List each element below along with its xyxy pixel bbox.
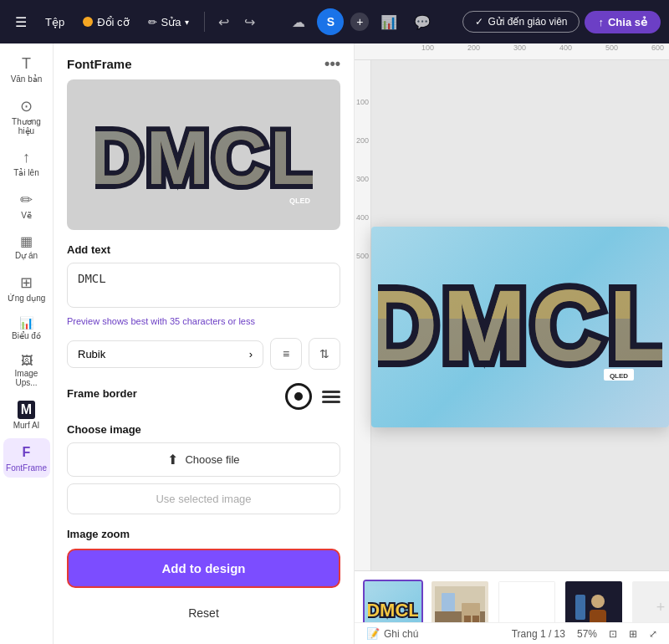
line2 (322, 396, 340, 398)
reset-label: Reset (188, 606, 219, 620)
ruler-marks-h: 100 200 300 400 500 600 700 (371, 43, 669, 59)
sidebar-item-draw[interactable]: ✏ Vẽ (3, 186, 50, 225)
main-area: T Văn bản ⊙ Thương hiệu ↑ Tải lên ✏ Vẽ ▦… (0, 43, 669, 644)
sidebar-item-fontframe[interactable]: F FontFrame (3, 438, 50, 478)
page-label: Trang 1 / 13 (512, 628, 565, 640)
canvas-area: 100 200 300 400 500 600 700 100 200 300 … (355, 43, 669, 644)
avatar[interactable]: S (317, 8, 344, 35)
thumb-5-label: + (656, 599, 666, 616)
text-input[interactable]: DMCL (67, 263, 340, 308)
lines-border-button[interactable] (322, 391, 340, 403)
circle-inner (294, 392, 303, 401)
grid-icon[interactable]: ⊞ (629, 628, 637, 640)
cloud-button[interactable]: ☁ (287, 11, 310, 33)
icon-sidebar: T Văn bản ⊙ Thương hiệu ↑ Tải lên ✏ Vẽ ▦… (0, 43, 54, 644)
cloud-icon: ☁ (292, 15, 305, 29)
ruler-v-200: 200 (356, 136, 370, 145)
filmstrip: DMCL DMCL 1 (355, 570, 669, 644)
resize-button[interactable]: Đổi cỡ (76, 12, 135, 33)
choose-file-button[interactable]: ⬆ Choose file (67, 442, 340, 477)
notes-icon: 📝 (366, 627, 380, 640)
font-row: Rubik › ≡ ⇅ (67, 338, 340, 370)
ruler-v-500: 500 (356, 252, 370, 260)
sidebar-item-murf[interactable]: M Murf AI (3, 396, 50, 435)
zoom-label: 57% (577, 628, 597, 640)
ruler-mark-400: 400 (559, 43, 572, 52)
text-icon: T (22, 55, 31, 73)
image-zoom-title: Image zoom (67, 528, 340, 540)
project-icon: ▦ (20, 233, 33, 249)
imageups-icon: 🖼 (21, 354, 33, 367)
analytics-button[interactable]: 📊 (375, 11, 402, 33)
sidebar-item-upload[interactable]: ↑ Tải lên (3, 144, 50, 182)
add-text-title: Add text (67, 243, 340, 256)
sidebar-item-imageups[interactable]: 🖼 Image Ups... (3, 349, 50, 392)
panel-title: FontFrame (67, 57, 132, 71)
svg-text:QLED: QLED (610, 372, 628, 380)
chat-icon: 💬 (414, 15, 431, 29)
preview-area: DMCL DMCL DMCL QLED (67, 79, 340, 230)
sidebar-item-project[interactable]: ▦ Dự án (3, 228, 50, 265)
add-to-design-button[interactable]: Add to design (67, 549, 340, 588)
panel-scroll: DMCL DMCL DMCL QLED Add text DMCL Previe… (54, 79, 354, 644)
file-menu-button[interactable]: Tệp (38, 12, 71, 33)
ruler-mark-600: 600 (651, 43, 664, 52)
reset-button[interactable]: Reset (67, 598, 340, 628)
canvas-content: DMCL DMCL DMCL QLED (371, 60, 669, 594)
send-teacher-button[interactable]: ✓ Gửi đến giáo viên (462, 11, 580, 33)
ruler-mark-300: 300 (513, 43, 526, 52)
upload-cloud-icon: ⬆ (167, 452, 178, 468)
svg-rect-25 (575, 595, 585, 620)
choose-file-label: Choose file (185, 453, 239, 466)
resize-label: Đổi cỡ (97, 16, 129, 28)
redo-button[interactable]: ↪ (239, 11, 260, 33)
share-button[interactable]: ↑ Chia sẻ (585, 11, 661, 33)
edit-button[interactable]: ✏ Sửa ▾ (141, 12, 197, 33)
share-icon: ↑ (598, 16, 604, 28)
font-name: Rubik (78, 348, 105, 360)
canvas-svg: DMCL DMCL DMCL QLED (378, 235, 662, 419)
fit-icon[interactable]: ⊡ (609, 628, 617, 640)
choose-image-title: Choose image (67, 423, 340, 436)
send-label: Gửi đến giáo viên (488, 16, 567, 28)
frame-border-label: Frame border (67, 387, 137, 400)
svg-rect-3 (95, 96, 313, 213)
preview-svg: DMCL DMCL DMCL QLED (95, 96, 313, 213)
sidebar-item-brand[interactable]: ⊙ Thương hiệu (3, 92, 50, 141)
font-select[interactable]: Rubik › (67, 340, 263, 368)
fontframe-icon: F (18, 443, 35, 462)
toolbar-center: ☁ S + 📊 💬 (265, 8, 457, 35)
sidebar-item-apps[interactable]: ⊞ Ứng dụng (3, 268, 50, 308)
undo-button[interactable]: ↩ (213, 11, 234, 33)
align-icon: ≡ (283, 347, 289, 360)
use-selected-button: Use selected image (67, 483, 340, 514)
svg-point-23 (591, 595, 605, 608)
apps-icon: ⊞ (20, 273, 33, 292)
toolbar: ☰ Tệp Đổi cỡ ✏ Sửa ▾ ↩ ↪ ☁ S + 📊 💬 ✓ Gửi… (0, 0, 669, 43)
ruler-vertical: 100 200 300 400 500 (355, 60, 371, 594)
sidebar-item-text[interactable]: T Văn bản (3, 50, 50, 89)
add-collaborator-button[interactable]: + (350, 13, 369, 31)
edit-icon: ✏ (148, 16, 157, 28)
svg-rect-8 (378, 235, 662, 419)
circle-border-button[interactable] (285, 383, 312, 410)
sidebar-item-chart[interactable]: 📊 Biểu đồ (3, 311, 50, 345)
menu-button[interactable]: ☰ (8, 10, 33, 34)
line3 (322, 401, 340, 403)
chart-icon: 📊 (380, 15, 397, 29)
font-chevron-icon: › (249, 348, 253, 360)
ruler-mark-100: 100 (421, 43, 434, 52)
menu-icon: ☰ (15, 14, 27, 30)
expand-icon[interactable]: ⤢ (649, 628, 657, 640)
upload-icon: ↑ (23, 149, 30, 166)
sort-button[interactable]: ⇅ (309, 338, 340, 370)
ruler-v-300: 300 (356, 175, 370, 183)
comment-button[interactable]: 💬 (409, 11, 436, 33)
frame-border-row: Frame border (67, 383, 340, 410)
status-right: Trang 1 / 13 57% ⊡ ⊞ ⤢ (512, 628, 657, 640)
panel-more-button[interactable]: ••• (324, 55, 340, 73)
design-canvas[interactable]: DMCL DMCL DMCL QLED (371, 227, 669, 427)
align-button[interactable]: ≡ (270, 338, 302, 370)
dot-icon (83, 17, 93, 27)
notes-label: Ghi chú (384, 628, 418, 640)
